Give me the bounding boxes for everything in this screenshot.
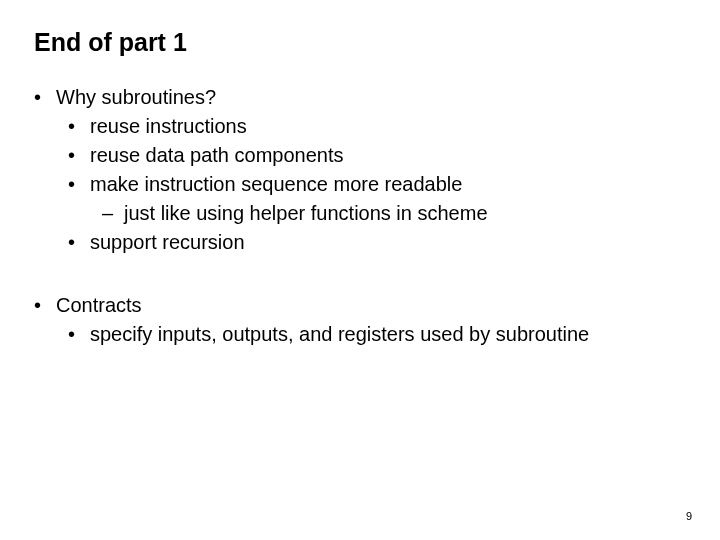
bullet-icon: •: [68, 141, 90, 170]
bullet-level2: • support recursion: [34, 228, 686, 257]
spacer: [34, 257, 686, 291]
bullet-level1: • Why subroutines?: [34, 83, 686, 112]
bullet-text: support recursion: [90, 228, 245, 257]
bullet-level2: • reuse data path components: [34, 141, 686, 170]
page-number: 9: [686, 510, 692, 522]
bullet-level3: – just like using helper functions in sc…: [34, 199, 686, 228]
bullet-icon: •: [68, 228, 90, 257]
bullet-level1: • Contracts: [34, 291, 686, 320]
slide-title: End of part 1: [34, 28, 686, 57]
bullet-icon: •: [68, 170, 90, 199]
bullet-text: reuse instructions: [90, 112, 247, 141]
bullet-text: just like using helper functions in sche…: [124, 199, 488, 228]
bullet-icon: •: [34, 291, 56, 320]
bullet-icon: •: [68, 112, 90, 141]
slide-body: • Why subroutines? • reuse instructions …: [34, 83, 686, 349]
bullet-level2: • specify inputs, outputs, and registers…: [34, 320, 686, 349]
bullet-level2: • reuse instructions: [34, 112, 686, 141]
bullet-text: specify inputs, outputs, and registers u…: [90, 320, 589, 349]
slide: End of part 1 • Why subroutines? • reuse…: [0, 0, 720, 540]
bullet-icon: •: [68, 320, 90, 349]
bullet-text: Why subroutines?: [56, 83, 216, 112]
dash-icon: –: [102, 199, 124, 228]
bullet-level2: • make instruction sequence more readabl…: [34, 170, 686, 199]
bullet-text: make instruction sequence more readable: [90, 170, 462, 199]
bullet-text: Contracts: [56, 291, 142, 320]
bullet-icon: •: [34, 83, 56, 112]
bullet-text: reuse data path components: [90, 141, 344, 170]
